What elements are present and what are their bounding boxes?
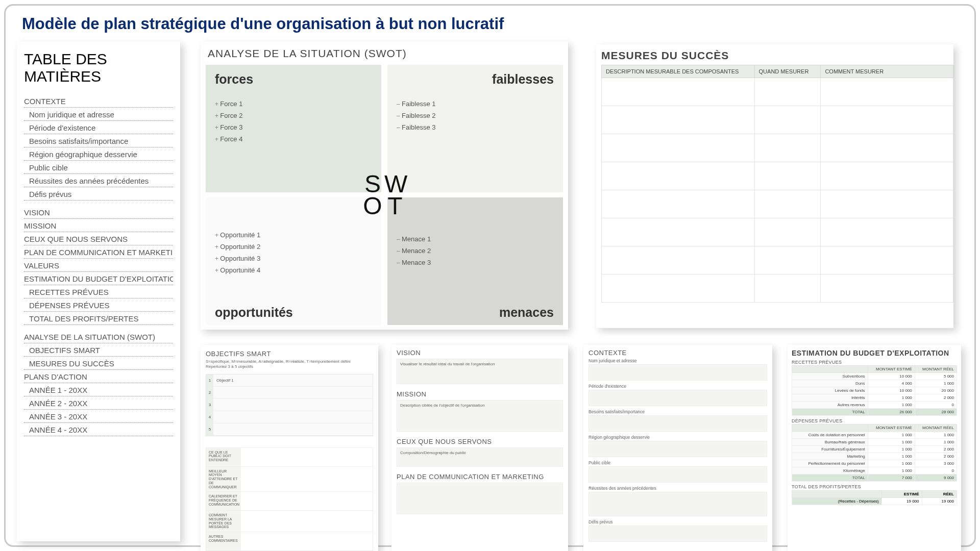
table-row[interactable] bbox=[602, 106, 953, 134]
toc-line: OBJECTIFS SMART bbox=[24, 343, 173, 357]
toc-line: Réussites des années précédentes bbox=[24, 174, 173, 187]
contexte-field-box[interactable] bbox=[589, 415, 767, 432]
budget-exp-table: MONTANT ESTIMÉMONTANT RÉELCoûts de dotat… bbox=[792, 424, 957, 482]
contexte-field-label: Nom juridique et adresse bbox=[589, 358, 767, 363]
toc-line: VALEURS bbox=[24, 259, 173, 272]
toc-line: Période d'existence bbox=[24, 121, 173, 134]
swot-item: Opportunité 4 bbox=[215, 264, 372, 276]
toc-line: Défis prévus bbox=[24, 187, 173, 201]
budget-card: ESTIMATION DU BUDGET D'EXPLOITATION RECE… bbox=[788, 345, 961, 551]
toc-line: MISSION bbox=[24, 219, 173, 232]
budget-title: ESTIMATION DU BUDGET D'EXPLOITATION bbox=[792, 349, 957, 357]
contexte-field-label: Période d'existence bbox=[589, 384, 767, 389]
budget-rev-table: MONTANT ESTIMÉMONTANT RÉELSubventions10 … bbox=[792, 365, 957, 416]
swot-item: Faiblesse 3 bbox=[397, 121, 554, 133]
toc-line: Public cible bbox=[24, 161, 173, 174]
budget-pl-heading: TOTAL DES PROFITS/PERTES bbox=[792, 484, 957, 489]
table-row[interactable] bbox=[602, 246, 953, 274]
table-row: (Recettes - Dépenses)19 00019 000 bbox=[792, 498, 957, 505]
table-row[interactable] bbox=[602, 218, 953, 246]
smart-row[interactable]: 4 bbox=[206, 411, 373, 423]
contexte-title: CONTEXTE bbox=[589, 349, 767, 357]
contexte-field-label: Besoins satisfaits/importance bbox=[589, 409, 767, 414]
table-row: Levées de fonds10 00020 000 bbox=[792, 387, 957, 394]
contexte-field-label: Public cible bbox=[589, 460, 767, 465]
smart-sub2: Répertoriez 3 à 5 objectifs bbox=[206, 364, 373, 369]
smart-row[interactable]: 5 bbox=[206, 423, 373, 436]
contexte-card: CONTEXTE Nom juridique et adressePériode… bbox=[583, 345, 772, 551]
swot-t-heading: menaces bbox=[499, 305, 554, 320]
toc-line: Nom juridique et adresse bbox=[24, 108, 173, 121]
contexte-field-box[interactable] bbox=[589, 525, 767, 542]
table-row: Coûts de dotation en personnel1 0001 000 bbox=[792, 432, 957, 439]
serve-heading: CEUX QUE NOUS SERVONS bbox=[397, 438, 563, 445]
swot-item: Force 1 bbox=[215, 98, 372, 110]
swot-strengths: forces Force 1Force 2Force 3Force 4 bbox=[206, 65, 381, 192]
toc-line: Région géographique desservie bbox=[24, 147, 173, 161]
contexte-field-label: Réussites des années précédentes bbox=[589, 486, 767, 491]
toc-line: RECETTES PRÉVUES bbox=[24, 285, 173, 298]
contexte-field-box[interactable] bbox=[589, 390, 767, 406]
toc-line: Besoins satisfaits/importance bbox=[24, 134, 173, 147]
toc-heading: TABLE DES MATIÈRES bbox=[24, 51, 173, 85]
comm-heading: PLAN DE COMMUNICATION ET MARKETING bbox=[397, 473, 563, 481]
table-row: Subventions10 0005 000 bbox=[792, 373, 957, 380]
toc-line: ANALYSE DE LA SITUATION (SWOT) bbox=[24, 330, 173, 343]
smart-row[interactable]: 3 bbox=[206, 399, 373, 411]
smart-row[interactable]: 2 bbox=[206, 387, 373, 399]
contexte-field-box[interactable] bbox=[589, 492, 767, 516]
table-row[interactable] bbox=[602, 190, 953, 218]
toc-line: MESURES DU SUCCÈS bbox=[24, 357, 173, 370]
smart-row[interactable]: 1Objectif 1 bbox=[206, 374, 373, 387]
table-row[interactable] bbox=[602, 78, 953, 106]
budget-rev-heading: RECETTES PRÉVUES bbox=[792, 360, 957, 365]
swot-s-heading: forces bbox=[215, 72, 372, 87]
table-row: Bureau/frais généraux1 0001 000 bbox=[792, 439, 957, 446]
swot-item: Faiblesse 1 bbox=[397, 98, 554, 110]
measures-col-1: DESCRIPTION MESURABLE DES COMPOSANTES bbox=[602, 65, 755, 78]
smart-lower-row[interactable]: CE QUE LE PUBLIC DOIT ENTENDRE bbox=[206, 447, 373, 467]
toc-line: ESTIMATION DU BUDGET D'EXPLOITATION bbox=[24, 272, 173, 285]
vision-box[interactable]: Visualiser le résultat idéal du travail … bbox=[397, 359, 563, 384]
swot-threats: Menace 1Menace 2Menace 3 menaces bbox=[387, 197, 563, 325]
table-total-row: TOTAL26 00028 000 bbox=[792, 409, 957, 416]
toc-line: PLANS D'ACTION bbox=[24, 370, 173, 383]
table-row: Perfectionnement du personnel1 0003 000 bbox=[792, 460, 957, 467]
swot-item: Faiblesse 2 bbox=[397, 110, 554, 121]
contexte-field-box[interactable] bbox=[589, 441, 767, 457]
smart-lower-row[interactable]: AUTRES COMMENTAIRES bbox=[206, 532, 373, 551]
toc-line: TOTAL DES PROFITS/PERTES bbox=[24, 312, 173, 325]
swot-item: Force 3 bbox=[215, 121, 372, 133]
toc-line: CEUX QUE NOUS SERVONS bbox=[24, 232, 173, 245]
swot-w-heading: faiblesses bbox=[397, 72, 554, 87]
swot-item: Menace 1 bbox=[397, 233, 554, 245]
swot-opportunities: Opportunité 1Opportunité 2Opportunité 3O… bbox=[206, 197, 381, 325]
table-row: Marketing1 0002 000 bbox=[792, 453, 957, 460]
vision-heading: VISION bbox=[397, 349, 563, 357]
measures-title: MESURES DU SUCCÈS bbox=[601, 49, 951, 62]
smart-lower-row[interactable]: COMMENT MESURER LA PORTÉE DES MESSAGES bbox=[206, 511, 373, 532]
swot-item: Menace 2 bbox=[397, 245, 554, 257]
table-row: Dons4 0001 000 bbox=[792, 380, 957, 387]
measures-col-3: COMMENT MESURER bbox=[821, 65, 953, 78]
table-row[interactable] bbox=[602, 274, 953, 303]
mission-box[interactable]: Description ciblée de l'objectif de l'or… bbox=[397, 400, 563, 432]
smart-title: OBJECTIFS SMART bbox=[206, 350, 373, 358]
swot-letters: SW OT bbox=[362, 173, 407, 217]
toc-line: VISION bbox=[24, 206, 173, 219]
swot-title: ANALYSE DE LA SITUATION (SWOT) bbox=[208, 47, 565, 60]
serve-box[interactable]: Composition/Démographie du public bbox=[397, 447, 563, 467]
smart-lower-row[interactable]: CALENDRIER ET FRÉQUENCE DE COMMUNICATION bbox=[206, 492, 373, 511]
table-row[interactable] bbox=[602, 162, 953, 190]
measures-table: DESCRIPTION MESURABLE DES COMPOSANTES QU… bbox=[601, 65, 953, 303]
swot-item: Opportunité 2 bbox=[215, 241, 372, 253]
contexte-field-box[interactable] bbox=[589, 466, 767, 483]
vision-mission-card: VISION Visualiser le résultat idéal du t… bbox=[391, 345, 568, 551]
swot-card: ANALYSE DE LA SITUATION (SWOT) forces Fo… bbox=[201, 41, 568, 330]
table-row[interactable] bbox=[602, 134, 953, 162]
contexte-field-box[interactable] bbox=[589, 364, 767, 381]
comm-box[interactable] bbox=[397, 483, 563, 514]
smart-lower-row[interactable]: MEILLEUR MOYEN D'ATTEINDRE ET DE COMMUNI… bbox=[206, 467, 373, 492]
toc-line: DÉPENSES PRÉVUES bbox=[24, 298, 173, 312]
budget-exp-heading: DÉPENSES PRÉVUES bbox=[792, 418, 957, 423]
